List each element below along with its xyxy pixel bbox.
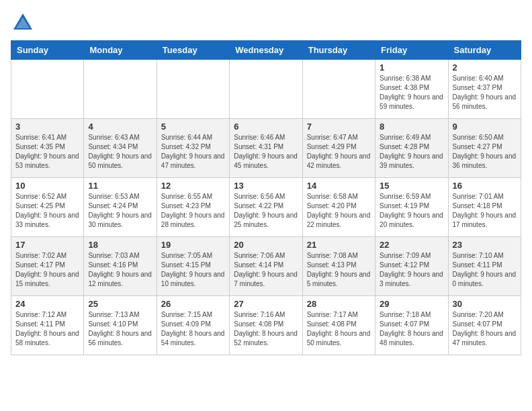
day-number: 29 <box>380 299 443 309</box>
calendar-cell: 22Sunrise: 7:09 AM Sunset: 4:12 PM Dayli… <box>375 237 448 296</box>
calendar-cell <box>230 60 302 119</box>
calendar-cell: 1Sunrise: 6:38 AM Sunset: 4:38 PM Daylig… <box>375 60 448 119</box>
day-number: 10 <box>15 181 79 191</box>
calendar-cell: 8Sunrise: 6:49 AM Sunset: 4:28 PM Daylig… <box>375 119 448 178</box>
day-number: 16 <box>453 181 517 191</box>
calendar-header-row: SundayMondayTuesdayWednesdayThursdayFrid… <box>11 41 521 60</box>
day-number: 21 <box>307 240 371 250</box>
page-header <box>11 11 521 35</box>
day-number: 24 <box>15 299 79 309</box>
calendar-cell: 12Sunrise: 6:55 AM Sunset: 4:23 PM Dayli… <box>157 178 229 237</box>
day-info: Sunrise: 6:50 AM Sunset: 4:27 PM Dayligh… <box>453 133 517 171</box>
calendar-header-monday: Monday <box>84 41 157 60</box>
calendar-header-saturday: Saturday <box>448 41 521 60</box>
calendar-week-3: 10Sunrise: 6:52 AM Sunset: 4:25 PM Dayli… <box>11 178 521 237</box>
day-info: Sunrise: 6:43 AM Sunset: 4:34 PM Dayligh… <box>88 133 152 171</box>
day-info: Sunrise: 6:56 AM Sunset: 4:22 PM Dayligh… <box>234 192 298 230</box>
day-info: Sunrise: 7:01 AM Sunset: 4:18 PM Dayligh… <box>453 192 517 230</box>
day-info: Sunrise: 7:03 AM Sunset: 4:16 PM Dayligh… <box>88 251 152 289</box>
day-info: Sunrise: 7:12 AM Sunset: 4:11 PM Dayligh… <box>15 310 79 348</box>
day-info: Sunrise: 7:02 AM Sunset: 4:17 PM Dayligh… <box>15 251 79 289</box>
day-number: 27 <box>234 299 298 309</box>
day-info: Sunrise: 7:17 AM Sunset: 4:08 PM Dayligh… <box>307 310 371 348</box>
day-number: 15 <box>380 181 443 191</box>
calendar-cell: 19Sunrise: 7:05 AM Sunset: 4:15 PM Dayli… <box>157 237 229 296</box>
day-number: 22 <box>380 240 443 250</box>
calendar-cell: 7Sunrise: 6:47 AM Sunset: 4:29 PM Daylig… <box>302 119 375 178</box>
day-info: Sunrise: 7:15 AM Sunset: 4:09 PM Dayligh… <box>161 310 225 348</box>
calendar-cell <box>84 60 157 119</box>
day-info: Sunrise: 6:49 AM Sunset: 4:28 PM Dayligh… <box>380 133 443 171</box>
day-number: 17 <box>15 240 79 250</box>
day-number: 23 <box>453 240 517 250</box>
calendar-cell: 10Sunrise: 6:52 AM Sunset: 4:25 PM Dayli… <box>11 178 84 237</box>
logo-icon <box>11 11 35 35</box>
day-number: 14 <box>307 181 371 191</box>
calendar-header-friday: Friday <box>375 41 448 60</box>
calendar-week-4: 17Sunrise: 7:02 AM Sunset: 4:17 PM Dayli… <box>11 237 521 296</box>
day-number: 26 <box>161 299 225 309</box>
day-info: Sunrise: 7:20 AM Sunset: 4:07 PM Dayligh… <box>453 310 517 348</box>
day-number: 5 <box>161 122 225 132</box>
calendar-cell <box>302 60 375 119</box>
day-info: Sunrise: 7:08 AM Sunset: 4:13 PM Dayligh… <box>307 251 371 289</box>
day-number: 3 <box>15 122 79 132</box>
day-info: Sunrise: 6:53 AM Sunset: 4:24 PM Dayligh… <box>88 192 152 230</box>
day-number: 30 <box>453 299 517 309</box>
day-info: Sunrise: 7:09 AM Sunset: 4:12 PM Dayligh… <box>380 251 443 289</box>
calendar-cell: 9Sunrise: 6:50 AM Sunset: 4:27 PM Daylig… <box>448 119 521 178</box>
day-number: 13 <box>234 181 298 191</box>
calendar-header-thursday: Thursday <box>302 41 375 60</box>
day-info: Sunrise: 6:52 AM Sunset: 4:25 PM Dayligh… <box>15 192 79 230</box>
calendar-header-tuesday: Tuesday <box>157 41 229 60</box>
day-info: Sunrise: 6:55 AM Sunset: 4:23 PM Dayligh… <box>161 192 225 230</box>
calendar-cell: 13Sunrise: 6:56 AM Sunset: 4:22 PM Dayli… <box>230 178 302 237</box>
day-number: 8 <box>380 122 443 132</box>
calendar-cell: 28Sunrise: 7:17 AM Sunset: 4:08 PM Dayli… <box>302 296 375 355</box>
calendar-cell: 24Sunrise: 7:12 AM Sunset: 4:11 PM Dayli… <box>11 296 84 355</box>
calendar-cell: 17Sunrise: 7:02 AM Sunset: 4:17 PM Dayli… <box>11 237 84 296</box>
day-number: 18 <box>88 240 152 250</box>
day-info: Sunrise: 7:16 AM Sunset: 4:08 PM Dayligh… <box>234 310 298 348</box>
day-info: Sunrise: 7:10 AM Sunset: 4:11 PM Dayligh… <box>453 251 517 289</box>
day-info: Sunrise: 7:13 AM Sunset: 4:10 PM Dayligh… <box>88 310 152 348</box>
day-info: Sunrise: 7:05 AM Sunset: 4:15 PM Dayligh… <box>161 251 225 289</box>
day-number: 25 <box>88 299 152 309</box>
calendar-cell: 21Sunrise: 7:08 AM Sunset: 4:13 PM Dayli… <box>302 237 375 296</box>
calendar-week-1: 1Sunrise: 6:38 AM Sunset: 4:38 PM Daylig… <box>11 60 521 119</box>
day-number: 20 <box>234 240 298 250</box>
day-info: Sunrise: 6:44 AM Sunset: 4:32 PM Dayligh… <box>161 133 225 171</box>
day-info: Sunrise: 6:58 AM Sunset: 4:20 PM Dayligh… <box>307 192 371 230</box>
day-info: Sunrise: 7:18 AM Sunset: 4:07 PM Dayligh… <box>380 310 443 348</box>
day-number: 11 <box>88 181 152 191</box>
calendar-cell: 30Sunrise: 7:20 AM Sunset: 4:07 PM Dayli… <box>448 296 521 355</box>
calendar-cell: 6Sunrise: 6:46 AM Sunset: 4:31 PM Daylig… <box>230 119 302 178</box>
day-number: 7 <box>307 122 371 132</box>
calendar-header-sunday: Sunday <box>11 41 84 60</box>
calendar-week-5: 24Sunrise: 7:12 AM Sunset: 4:11 PM Dayli… <box>11 296 521 355</box>
calendar-cell: 29Sunrise: 7:18 AM Sunset: 4:07 PM Dayli… <box>375 296 448 355</box>
day-info: Sunrise: 6:46 AM Sunset: 4:31 PM Dayligh… <box>234 133 298 171</box>
day-number: 9 <box>453 122 517 132</box>
calendar-cell: 2Sunrise: 6:40 AM Sunset: 4:37 PM Daylig… <box>448 60 521 119</box>
day-number: 12 <box>161 181 225 191</box>
day-info: Sunrise: 6:41 AM Sunset: 4:35 PM Dayligh… <box>15 133 79 171</box>
calendar-header-wednesday: Wednesday <box>230 41 302 60</box>
day-info: Sunrise: 6:47 AM Sunset: 4:29 PM Dayligh… <box>307 133 371 171</box>
day-number: 19 <box>161 240 225 250</box>
calendar-cell: 5Sunrise: 6:44 AM Sunset: 4:32 PM Daylig… <box>157 119 229 178</box>
calendar-cell: 25Sunrise: 7:13 AM Sunset: 4:10 PM Dayli… <box>84 296 157 355</box>
calendar-cell: 14Sunrise: 6:58 AM Sunset: 4:20 PM Dayli… <box>302 178 375 237</box>
calendar-cell: 3Sunrise: 6:41 AM Sunset: 4:35 PM Daylig… <box>11 119 84 178</box>
day-info: Sunrise: 7:06 AM Sunset: 4:14 PM Dayligh… <box>234 251 298 289</box>
calendar-cell: 15Sunrise: 6:59 AM Sunset: 4:19 PM Dayli… <box>375 178 448 237</box>
calendar-cell: 16Sunrise: 7:01 AM Sunset: 4:18 PM Dayli… <box>448 178 521 237</box>
calendar-cell <box>157 60 229 119</box>
calendar-cell: 27Sunrise: 7:16 AM Sunset: 4:08 PM Dayli… <box>230 296 302 355</box>
day-info: Sunrise: 6:38 AM Sunset: 4:38 PM Dayligh… <box>380 74 443 111</box>
day-number: 1 <box>380 62 443 73</box>
calendar-cell: 23Sunrise: 7:10 AM Sunset: 4:11 PM Dayli… <box>448 237 521 296</box>
calendar-cell: 4Sunrise: 6:43 AM Sunset: 4:34 PM Daylig… <box>84 119 157 178</box>
day-number: 4 <box>88 122 152 132</box>
calendar-cell <box>11 60 84 119</box>
